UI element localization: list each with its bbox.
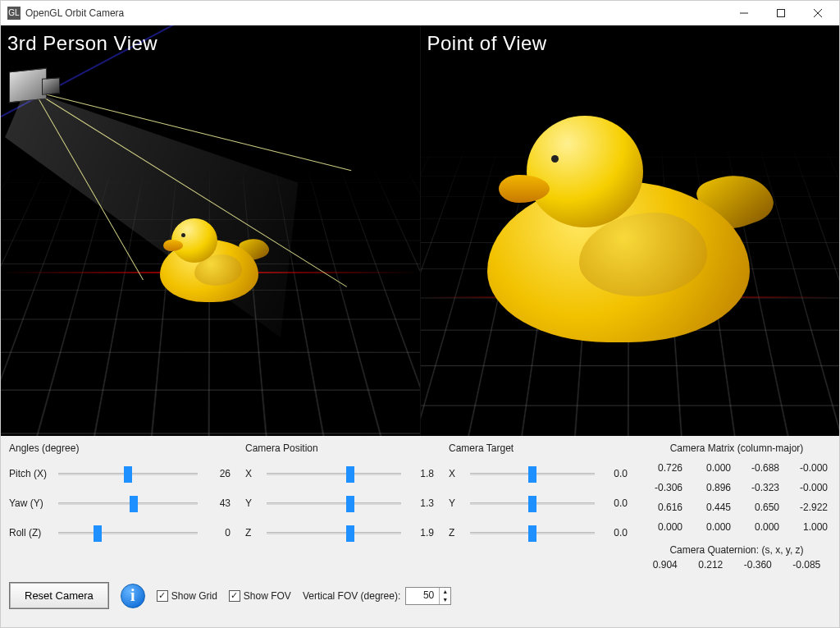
matrix-cell: 0.000 (691, 459, 734, 477)
camera-quaternion-label: Camera Quaternion: (s, x, y, z) (642, 544, 831, 556)
camtgt-x-label: X (449, 468, 465, 479)
camtgt-z-value: 0.0 (600, 527, 628, 539)
camtgt-z-slider[interactable] (470, 524, 595, 542)
minimize-icon (740, 9, 748, 17)
camera-quaternion-group: Camera Quaternion: (s, x, y, z) 0.904 0.… (642, 544, 831, 571)
camtgt-y-slider[interactable] (470, 494, 595, 512)
campos-x-slider[interactable] (267, 465, 401, 483)
maximize-icon (777, 9, 785, 17)
pitch-label: Pitch (X) (9, 468, 53, 479)
spinner-buttons[interactable]: ▲ ▼ (439, 588, 450, 604)
viewport-pov[interactable]: Point of View (420, 25, 840, 436)
campos-z-value: 1.9 (406, 527, 434, 539)
campos-y-value: 1.3 (406, 497, 434, 509)
matrix-cell: -0.323 (739, 479, 783, 497)
camera-model-icon (9, 66, 62, 104)
viewports: 3rd Person View Point of View (1, 25, 839, 436)
chevron-up-icon[interactable]: ▲ (440, 588, 450, 596)
checkbox-check-icon: ✓ (157, 590, 168, 602)
camera-target-group: Camera Target X 0.0 Y 0.0 Z 0.0 (449, 442, 628, 571)
angles-label: Angles (degree) (9, 442, 231, 454)
info-icon[interactable]: i (121, 584, 145, 608)
matrix-cell: -0.306 (642, 479, 686, 497)
window-title: OpenGL Orbit Camera (25, 7, 124, 19)
matrix-cell: 0.896 (691, 479, 734, 497)
matrix-cell: -0.000 (788, 459, 831, 477)
viewport-left-label: 3rd Person View (7, 32, 158, 55)
campos-x-value: 1.8 (406, 468, 434, 479)
matrix-cell: 0.616 (642, 498, 686, 516)
show-grid-label: Show Grid (171, 590, 217, 602)
vertical-fov-value[interactable]: 50 (406, 588, 439, 604)
matrix-cell: 0.000 (642, 518, 686, 536)
matrix-cell: -0.000 (788, 479, 831, 497)
duck-model (487, 116, 758, 346)
pitch-slider[interactable] (58, 465, 198, 483)
camtgt-y-label: Y (449, 497, 465, 509)
svg-rect-1 (777, 9, 784, 16)
yaw-value: 43 (203, 497, 231, 509)
camera-position-label: Camera Position (245, 442, 434, 454)
matrix-cell: -0.688 (739, 459, 783, 477)
campos-y-slider[interactable] (267, 494, 401, 512)
camtgt-y-value: 0.0 (600, 497, 628, 509)
show-grid-checkbox[interactable]: ✓ Show Grid (157, 590, 217, 602)
campos-z-slider[interactable] (267, 524, 401, 542)
roll-value: 0 (203, 527, 231, 539)
camera-target-label: Camera Target (449, 442, 628, 454)
angles-group: Angles (degree) Pitch (X) 26 Yaw (Y) 43 … (9, 442, 231, 571)
window-close-button[interactable] (799, 1, 836, 25)
chevron-down-icon[interactable]: ▼ (440, 596, 450, 604)
quaternion-y: -0.360 (744, 559, 772, 571)
matrix-cell: 0.650 (739, 498, 783, 516)
checkbox-check-icon: ✓ (229, 590, 240, 602)
camera-matrix-grid: 0.726 0.000 -0.688 -0.000 -0.306 0.896 -… (642, 459, 831, 536)
controls-panel: Angles (degree) Pitch (X) 26 Yaw (Y) 43 … (1, 436, 839, 628)
camtgt-x-slider[interactable] (470, 465, 595, 483)
campos-z-label: Z (245, 527, 262, 539)
show-fov-checkbox[interactable]: ✓ Show FOV (229, 590, 291, 602)
roll-slider[interactable] (58, 524, 198, 542)
quaternion-x: 0.212 (698, 559, 723, 571)
app-icon: GL (7, 7, 21, 20)
camtgt-x-value: 0.0 (600, 468, 628, 479)
show-fov-label: Show FOV (244, 590, 291, 602)
vertical-fov-label: Vertical FOV (degree): (303, 590, 400, 602)
camera-matrix-label: Camera Matrix (column-major) (642, 442, 831, 454)
window-minimize-button[interactable] (725, 1, 762, 25)
close-icon (814, 9, 822, 17)
matrix-cell: 1.000 (788, 518, 831, 536)
quaternion-s: 0.904 (653, 559, 678, 571)
duck-model (160, 218, 267, 300)
matrix-cell: -2.922 (788, 498, 831, 516)
campos-y-label: Y (245, 497, 262, 509)
matrix-cell: 0.000 (739, 518, 783, 536)
matrix-cell: 0.000 (691, 518, 734, 536)
campos-x-label: X (245, 468, 262, 479)
roll-label: Roll (Z) (9, 527, 53, 539)
viewport-right-label: Point of View (427, 32, 547, 55)
yaw-label: Yaw (Y) (9, 497, 53, 509)
pitch-value: 26 (203, 468, 231, 479)
vertical-fov-field[interactable]: 50 ▲ ▼ (405, 587, 451, 605)
reset-camera-button[interactable]: Reset Camera (9, 582, 109, 609)
yaw-slider[interactable] (58, 494, 198, 512)
camera-matrix-group: Camera Matrix (column-major) 0.726 0.000… (642, 442, 831, 571)
window-titlebar: GL OpenGL Orbit Camera (1, 1, 839, 25)
matrix-cell: 0.726 (642, 459, 686, 477)
viewport-third-person[interactable]: 3rd Person View (1, 25, 420, 436)
quaternion-z: -0.085 (792, 559, 820, 571)
window-maximize-button[interactable] (762, 1, 799, 25)
camera-position-group: Camera Position X 1.8 Y 1.3 Z 1.9 (245, 442, 434, 571)
matrix-cell: 0.445 (691, 498, 734, 516)
camtgt-z-label: Z (449, 527, 465, 539)
